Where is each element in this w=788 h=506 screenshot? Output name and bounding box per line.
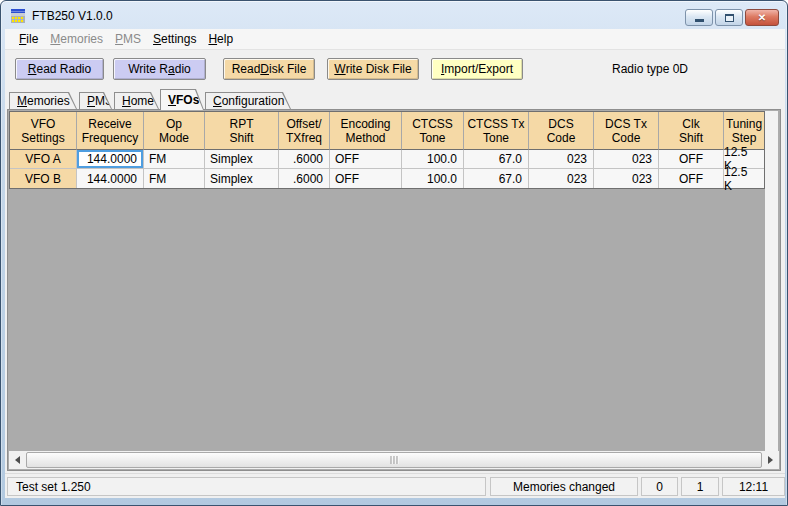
vfo-table: VFO Settings Receive Frequency Op Mode R… xyxy=(9,111,765,189)
selected-cell[interactable]: 144.0000 xyxy=(77,150,144,169)
column-header-offset-txfreq: Offset/ TXfreq xyxy=(279,112,330,150)
grid-cell[interactable]: OFF xyxy=(330,150,402,169)
menu-item-memories: Memories xyxy=(50,32,103,46)
tab-memories[interactable]: Memories xyxy=(9,92,77,109)
titlebar[interactable]: FTB250 V1.0.0 ✕ xyxy=(2,2,788,29)
horizontal-scrollbar[interactable] xyxy=(9,451,779,469)
column-header-ctcss-tone: CTCSS Tone xyxy=(402,112,464,150)
app-window: FTB250 V1.0.0 ✕ File Memories PMS Settin… xyxy=(0,0,788,506)
column-header-op-mode: Op Mode xyxy=(144,112,205,150)
grid-cell[interactable]: 023 xyxy=(594,150,659,169)
tab-vfos[interactable]: VFOs xyxy=(160,89,204,110)
status-message-text: Test set 1.250 xyxy=(16,480,91,494)
grid-cell[interactable]: 12.5 K xyxy=(724,169,764,188)
grid-cell[interactable]: OFF xyxy=(659,169,724,188)
status-count-2: 1 xyxy=(681,477,719,496)
grid-cell[interactable]: 023 xyxy=(529,169,594,188)
tab-home[interactable]: Home xyxy=(114,92,159,109)
grid-cell[interactable]: .6000 xyxy=(279,169,330,188)
scroll-left-button[interactable] xyxy=(9,451,26,469)
row-header-vfo-a[interactable]: VFO A xyxy=(10,150,77,169)
grid-cell[interactable]: OFF xyxy=(330,169,402,188)
close-icon: ✕ xyxy=(758,13,766,23)
status-count-1: 0 xyxy=(641,477,678,496)
grid-cell[interactable]: 67.0 xyxy=(464,169,529,188)
column-header-receive-frequency: Receive Frequency xyxy=(77,112,144,150)
left-arrow-icon xyxy=(15,456,20,464)
status-memories-changed: Memories changed xyxy=(490,477,638,496)
thumb-grip-icon xyxy=(391,456,398,464)
menu-item-pms: PMS xyxy=(115,32,141,46)
read-disk-file-button[interactable]: Read Disk File xyxy=(223,58,315,80)
menu-item-file[interactable]: File xyxy=(19,32,38,46)
column-header-vfo-settings: VFO Settings xyxy=(10,112,77,150)
tab-configuration[interactable]: Configuration xyxy=(205,92,291,109)
radio-type-label: Radio type 0D xyxy=(565,62,735,76)
menu-bar: File Memories PMS Settings Help xyxy=(5,29,785,50)
maximize-icon xyxy=(725,14,734,22)
row-header-vfo-b[interactable]: VFO B xyxy=(10,169,77,188)
window-title: FTB250 V1.0.0 xyxy=(32,9,113,23)
tab-label: Configuration xyxy=(213,94,284,108)
grid-cell[interactable]: Simplex xyxy=(205,169,279,188)
status-clock-text: 12:11 xyxy=(739,480,768,494)
close-button[interactable]: ✕ xyxy=(745,9,779,26)
app-icon[interactable] xyxy=(10,8,26,24)
column-header-dcs-code: DCS Code xyxy=(529,112,594,150)
tab-pms[interactable]: PMS xyxy=(79,92,112,109)
menu-item-settings[interactable]: Settings xyxy=(153,32,196,46)
write-disk-file-button[interactable]: Write Disk File xyxy=(327,58,419,80)
tab-label: Memories xyxy=(17,94,70,108)
app-screen: FTB250 V1.0.0 ✕ File Memories PMS Settin… xyxy=(0,0,788,506)
status-count-2-text: 1 xyxy=(697,480,704,494)
write-radio-button[interactable]: Write Radio xyxy=(113,58,206,80)
column-header-clk-shift: Clk Shift xyxy=(659,112,724,150)
vertical-scrollbar[interactable] xyxy=(765,111,778,451)
grid-cell[interactable]: 023 xyxy=(529,150,594,169)
grid-cell[interactable]: FM xyxy=(144,169,205,188)
window-controls: ✕ xyxy=(685,9,779,26)
column-header-ctcss-tx-tone: CTCSS Tx Tone xyxy=(464,112,529,150)
tab-label: VFOs xyxy=(168,93,199,107)
status-memories-text: Memories changed xyxy=(513,480,615,494)
minimize-button[interactable] xyxy=(685,9,713,26)
scroll-right-button[interactable] xyxy=(762,451,779,469)
column-header-dcs-tx-code: DCS Tx Code xyxy=(594,112,659,150)
menu-item-help[interactable]: Help xyxy=(208,32,233,46)
read-radio-button[interactable]: Read Radio xyxy=(15,58,104,80)
grid-cell[interactable]: Simplex xyxy=(205,150,279,169)
grid-cell[interactable]: 144.0000 xyxy=(77,169,144,188)
client-area: File Memories PMS Settings Help Read Rad… xyxy=(5,29,785,498)
tab-label: Home xyxy=(122,94,154,108)
grid-cell[interactable]: 100.0 xyxy=(402,169,464,188)
status-count-1-text: 0 xyxy=(656,480,663,494)
grid-cell[interactable]: OFF xyxy=(659,150,724,169)
status-message: Test set 1.250 xyxy=(7,477,486,496)
tab-label: PMS xyxy=(87,94,113,108)
grid-cell[interactable]: .6000 xyxy=(279,150,330,169)
maximize-button[interactable] xyxy=(715,9,743,26)
grid-cell[interactable]: 023 xyxy=(594,169,659,188)
status-clock: 12:11 xyxy=(722,477,785,496)
grid-cell[interactable]: 67.0 xyxy=(464,150,529,169)
column-header-rpt-shift: RPT Shift xyxy=(205,112,279,150)
import-export-button[interactable]: Import/Export xyxy=(431,58,523,80)
status-bar: Test set 1.250 Memories changed 0 1 12:1… xyxy=(5,473,785,498)
column-header-encoding-method: Encoding Method xyxy=(330,112,402,150)
right-arrow-icon xyxy=(768,456,773,464)
scrollbar-thumb[interactable] xyxy=(26,452,762,468)
minimize-icon xyxy=(695,19,704,22)
grid-cell[interactable]: 100.0 xyxy=(402,150,464,169)
vfo-grid-panel: VFO Settings Receive Frequency Op Mode R… xyxy=(7,109,781,471)
grid-cell[interactable]: FM xyxy=(144,150,205,169)
